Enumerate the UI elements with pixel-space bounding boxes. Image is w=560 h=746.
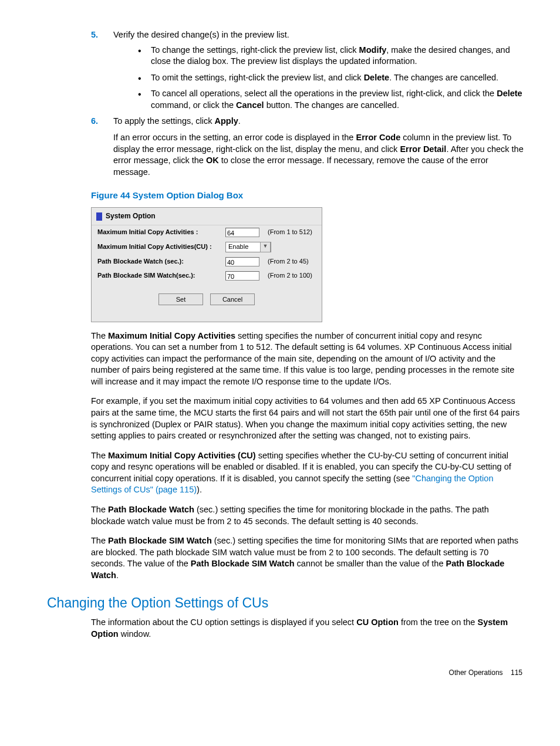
- title-icon: [96, 212, 102, 221]
- max-initial-copy-cu-select[interactable]: Enable ▼: [225, 242, 271, 252]
- field-label: Maximum Initial Copy Activities :: [97, 228, 225, 237]
- cmd-cancel: Cancel: [236, 100, 264, 110]
- cmd-ok: OK: [206, 156, 219, 165]
- max-initial-copy-input[interactable]: 64: [225, 228, 259, 237]
- dialog-title-bar: System Option: [92, 208, 322, 225]
- row-max-initial-copy-cu: Maximum Initial Copy Activities(CU) : En…: [92, 239, 322, 255]
- row-max-initial-copy: Maximum Initial Copy Activities : 64 (Fr…: [92, 225, 322, 239]
- step-text: Verify the desired change(s) in the prev…: [113, 30, 289, 39]
- para-max-initial-copy-cu: The Maximum Initial Copy Activities (CU)…: [91, 450, 525, 496]
- para-path-blockade-sim-watch: The Path Blockade SIM Watch (sec.) setti…: [91, 535, 525, 581]
- bullet-item: To omit the settings, right-click the pr…: [132, 72, 525, 84]
- path-blockade-watch-input[interactable]: 40: [225, 257, 259, 266]
- figure-caption: Figure 44 System Option Dialog Box: [91, 190, 525, 201]
- col-error-code: Error Code: [356, 133, 400, 142]
- cmd-delete: Delete: [497, 89, 522, 98]
- row-path-blockade-sim-watch: Path Blockade SIM Watch(sec.): 70 (From …: [92, 269, 322, 283]
- field-label: Maximum Initial Copy Activities(CU) :: [97, 242, 225, 251]
- bullet-item: To change the settings, right-click the …: [132, 45, 525, 67]
- system-option-dialog: System Option Maximum Initial Copy Activ…: [91, 207, 322, 322]
- cmd-error-detail: Error Detail: [400, 144, 446, 154]
- dialog-title: System Option: [106, 211, 156, 221]
- section-para: The information about the CU option sett…: [91, 617, 525, 640]
- step-number: 6.: [91, 116, 98, 127]
- step-number: 5.: [91, 29, 98, 41]
- page-number: 115: [511, 669, 522, 677]
- cmd-apply: Apply: [214, 116, 238, 126]
- path-blockade-sim-watch-input[interactable]: 70: [225, 271, 259, 281]
- field-range: (From 2 to 45): [268, 257, 309, 266]
- cmd-delete: Delete: [364, 73, 390, 82]
- section-heading: Changing the Option Settings of CUs: [47, 594, 525, 612]
- field-label: Path Blockade SIM Watch(sec.):: [97, 271, 225, 280]
- dropdown-arrow-icon[interactable]: ▼: [260, 242, 271, 252]
- field-label: Path Blockade Watch (sec.):: [97, 257, 225, 266]
- set-button[interactable]: Set: [158, 293, 203, 305]
- step-5: 5. Verify the desired change(s) in the p…: [91, 29, 525, 111]
- para-max-initial-copy: The Maximum Initial Copy Activities sett…: [91, 330, 525, 388]
- step-6: 6. To apply the settings, click Apply. I…: [91, 116, 525, 178]
- row-path-blockade-watch: Path Blockade Watch (sec.): 40 (From 2 t…: [92, 255, 322, 269]
- field-range: (From 2 to 100): [268, 271, 312, 280]
- page-footer: Other Operations 115: [35, 668, 525, 677]
- footer-section: Other Operations: [449, 669, 503, 677]
- cmd-modify: Modify: [359, 45, 387, 55]
- bullet-item: To cancel all operations, select all the…: [132, 88, 525, 111]
- para-path-blockade-watch: The Path Blockade Watch (sec.) setting s…: [91, 504, 525, 527]
- para-example: For example, if you set the maximum init…: [91, 396, 525, 441]
- cancel-button[interactable]: Cancel: [210, 293, 255, 305]
- dialog-buttons: Set Cancel: [92, 293, 322, 305]
- step-detail: If an error occurs in the setting, an er…: [113, 132, 525, 178]
- field-range: (From 1 to 512): [268, 228, 312, 237]
